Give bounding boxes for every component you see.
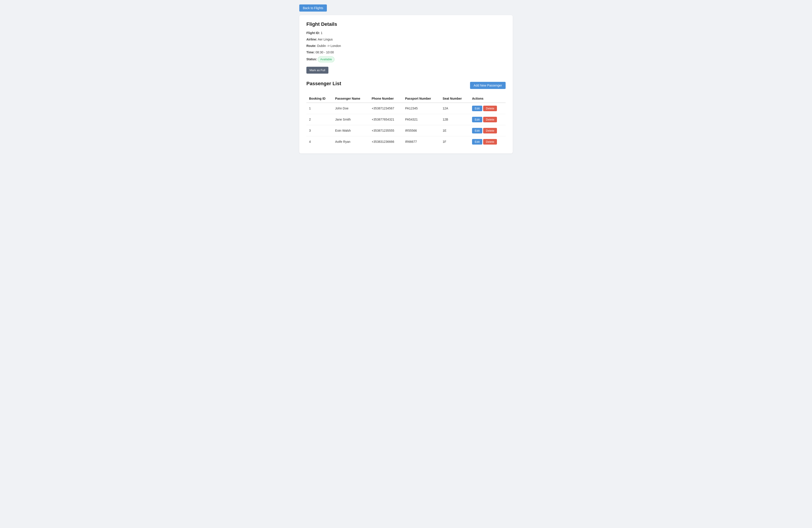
table-cell: 12A [440,103,469,114]
page-container: Back to Flights Flight Details Flight ID… [299,4,513,154]
table-cell: 12B [440,114,469,125]
table-cell: Aoife Ryan [332,136,369,147]
actions-cell: EditDelete [469,114,506,125]
passenger-list-section: Passenger List Add New Passenger Booking… [306,81,506,147]
table-header-row: Booking ID Passenger Name Phone Number P… [306,95,506,103]
table-cell: +353831236666 [369,136,403,147]
passenger-table: Booking ID Passenger Name Phone Number P… [306,95,506,147]
col-passenger-name: Passenger Name [332,95,369,103]
delete-button[interactable]: Delete [483,139,497,145]
col-passport-number: Passport Number [403,95,440,103]
table-cell: 1F [440,136,469,147]
flight-details-title: Flight Details [306,22,506,27]
table-cell: Eoin Walsh [332,125,369,136]
route-value: Dublin -> London [317,44,341,47]
main-card: Flight Details Flight ID: 1 Airline: Aer… [299,15,513,154]
table-cell: IR66677 [403,136,440,147]
status-row: Status: Available [306,57,506,62]
edit-button[interactable]: Edit [472,139,482,145]
route-label: Route: [306,44,316,47]
edit-button[interactable]: Edit [472,106,482,111]
passenger-list-header: Passenger List Add New Passenger [306,81,506,90]
table-cell: John Doe [332,103,369,114]
col-actions: Actions [469,95,506,103]
back-to-flights-button[interactable]: Back to Flights [299,4,327,12]
table-cell: 3 [306,125,332,136]
table-row: 2Jane Smith+353877654321PA5432112BEditDe… [306,114,506,125]
table-cell: 4 [306,136,332,147]
passenger-list-title: Passenger List [306,81,341,86]
table-cell: 2 [306,114,332,125]
table-cell: PA54321 [403,114,440,125]
flight-id-label: Flight ID: [306,31,320,35]
time-value: 08:30 - 10:00 [316,51,334,54]
actions-cell: EditDelete [469,125,506,136]
airline-value: Aer Lingus [318,38,333,41]
delete-button[interactable]: Delete [483,106,497,111]
mark-as-full-button[interactable]: Mark as Full [306,67,329,74]
table-cell: 1E [440,125,469,136]
add-new-passenger-button[interactable]: Add New Passenger [470,82,506,89]
col-seat-number: Seat Number [440,95,469,103]
table-cell: PA12345 [403,103,440,114]
delete-button[interactable]: Delete [483,128,497,133]
actions-cell: EditDelete [469,136,506,147]
airline-row: Airline: Aer Lingus [306,37,506,42]
flight-id-value: 1 [321,31,323,35]
flight-details-section: Flight Details Flight ID: 1 Airline: Aer… [306,22,506,74]
table-cell: Jane Smith [332,114,369,125]
table-cell: +353877654321 [369,114,403,125]
time-label: Time: [306,51,315,54]
status-badge: Available [318,57,334,62]
flight-id-row: Flight ID: 1 [306,31,506,35]
time-row: Time: 08:30 - 10:00 [306,50,506,55]
delete-button[interactable]: Delete [483,117,497,122]
col-phone-number: Phone Number [369,95,403,103]
route-row: Route: Dublin -> London [306,44,506,48]
actions-cell: EditDelete [469,103,506,114]
edit-button[interactable]: Edit [472,117,482,122]
table-row: 1John Doe+353871234567PA1234512AEditDele… [306,103,506,114]
table-row: 4Aoife Ryan+353831236666IR666771FEditDel… [306,136,506,147]
table-cell: IR55566 [403,125,440,136]
status-label: Status: [306,57,317,61]
airline-label: Airline: [306,38,317,41]
edit-button[interactable]: Edit [472,128,482,133]
table-cell: 1 [306,103,332,114]
table-row: 3Eoin Walsh+353871235555IR555661EEditDel… [306,125,506,136]
table-cell: +353871235555 [369,125,403,136]
col-booking-id: Booking ID [306,95,332,103]
table-cell: +353871234567 [369,103,403,114]
